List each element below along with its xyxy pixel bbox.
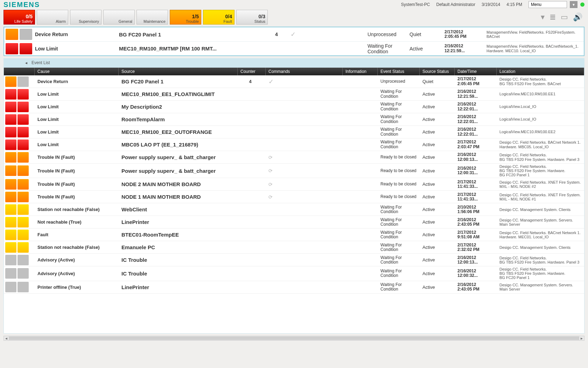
row-cmd[interactable] xyxy=(266,234,343,236)
table-row[interactable]: Trouble IN (Fault) NODE 2 MAIN MOTHER BO… xyxy=(4,178,584,191)
summary-row[interactable]: Device Return BG FC20 Panel 1 4 ✓ Unproc… xyxy=(4,27,584,41)
list-icon[interactable]: ≣ xyxy=(550,13,556,22)
menu-dropdown-icon[interactable]: ▼ xyxy=(570,1,578,8)
row-cmd[interactable] xyxy=(266,286,343,288)
row-sstat: Active xyxy=(420,270,455,277)
row-info xyxy=(343,234,378,236)
menu-input[interactable] xyxy=(528,1,567,8)
row-cause: Low Limit xyxy=(35,129,119,135)
row-icon xyxy=(18,76,29,87)
collapse-icon[interactable]: ◄ xyxy=(4,61,31,65)
row-cmd[interactable]: ⟳ xyxy=(266,167,343,174)
summary-cmd[interactable]: ✓ xyxy=(290,30,368,38)
table-row[interactable]: Not reachable (True) LinePrinter Waiting… xyxy=(4,216,584,229)
category-tile[interactable]: 0/4Fault xyxy=(203,10,234,25)
table-row[interactable]: Printer offline (True) LinePrinter Waiti… xyxy=(4,281,584,294)
row-counter xyxy=(238,286,266,288)
row-cmd[interactable]: ⟳ xyxy=(266,154,343,161)
row-cmd[interactable] xyxy=(266,222,343,223)
row-source: BG FC20 Panel 1 xyxy=(119,78,238,85)
table-row[interactable]: Trouble IN (Fault) NODE 1 MAIN MOTHER BO… xyxy=(4,191,584,203)
top-bar: SIEMENS SystemTest-PC Default Administra… xyxy=(0,0,588,9)
tile-label: Life Safety xyxy=(4,19,33,23)
row-cmd[interactable] xyxy=(266,259,343,261)
row-cmd[interactable] xyxy=(266,94,343,95)
row-loc: Desigo CC. Field Networks.BG TBS FS20 Fi… xyxy=(497,164,584,178)
row-estat: Waiting ForCondition xyxy=(378,230,420,240)
row-loc: Desigo CC. Field Networks.BG TBS FS20 Fi… xyxy=(497,266,584,280)
table-row[interactable]: Advisory (Active) IC Trouble Waiting For… xyxy=(4,254,584,266)
row-date: 2/16/201212:21:59... xyxy=(455,89,497,99)
summary-row[interactable]: Low Limit MEC10_RM100_RMTMP [RM 100 RMT.… xyxy=(4,41,584,55)
filter-icon[interactable]: ▾ xyxy=(541,13,545,22)
row-cmd[interactable] xyxy=(266,273,343,274)
row-counter xyxy=(238,157,266,158)
table-row[interactable]: Low Limit MEC10_RM100_EE2_OUTOFRANGE Wai… xyxy=(4,126,584,138)
table-row[interactable]: Station not reachable (False) Emanuele P… xyxy=(4,241,584,254)
col-info[interactable]: Information xyxy=(343,68,378,75)
row-icon xyxy=(18,282,29,292)
row-icon xyxy=(5,217,16,227)
table-row[interactable]: Device Return BG FC20 Panel 1 4 ✓ Unproc… xyxy=(4,75,584,88)
row-cmd[interactable]: ⟳ xyxy=(266,193,343,200)
col-cause[interactable]: Cause xyxy=(35,68,119,75)
table-row[interactable]: Advisory (Active) IC Trouble Waiting For… xyxy=(4,266,584,281)
scroll-right-icon[interactable]: ► xyxy=(579,336,584,340)
tile-count: 0/3 xyxy=(237,14,265,19)
row-counter xyxy=(238,196,266,198)
row-cmd[interactable] xyxy=(266,247,343,248)
horizontal-scrollbar[interactable]: ◄ ► xyxy=(4,336,584,341)
table-row[interactable]: Trouble IN (Fault) Power supply superv_ … xyxy=(4,164,584,178)
row-source: Power supply superv_ & batt_charger xyxy=(119,167,238,175)
row-icon xyxy=(20,43,32,54)
row-info xyxy=(343,286,378,288)
table-row[interactable]: Fault BTEC01-RoomTempEE Waiting ForCondi… xyxy=(4,229,584,241)
row-estat: Waiting ForCondition xyxy=(378,217,420,227)
category-tile[interactable]: 0/3Status xyxy=(236,10,268,25)
col-counter[interactable]: Counter xyxy=(238,68,266,75)
summary-sstat: Quiet xyxy=(410,32,444,37)
row-date: 2/17/20122:05:45 PM xyxy=(455,76,497,87)
table-row[interactable]: Trouble IN (Fault) Power supply superv_ … xyxy=(4,151,584,164)
scroll-left-icon[interactable]: ◄ xyxy=(4,336,9,340)
category-tile[interactable]: 1/5Trouble xyxy=(170,10,201,25)
layout-icon[interactable]: ▭ xyxy=(561,13,568,22)
row-cmd[interactable] xyxy=(266,131,343,133)
scroll-thumb[interactable] xyxy=(9,336,579,340)
sound-icon[interactable]: 🔊 xyxy=(573,13,582,22)
category-tile[interactable]: Maintenance xyxy=(136,10,168,25)
row-cmd[interactable] xyxy=(266,209,343,210)
row-date: 2/16/201212:00:13... xyxy=(455,255,497,265)
row-cmd[interactable]: ✓ xyxy=(266,77,343,86)
table-row[interactable]: Station not reachable (False) WebClient … xyxy=(4,203,584,216)
row-cmd[interactable] xyxy=(266,119,343,120)
col-cmd[interactable]: Commands xyxy=(266,68,343,75)
row-icon xyxy=(5,152,16,163)
row-sstat: Active xyxy=(420,193,455,200)
tile-count: 0/5 xyxy=(4,14,33,19)
row-date: 2/17/201211:41:33... xyxy=(455,192,497,202)
row-date: 2/16/201212:00:31... xyxy=(455,165,497,176)
category-tile[interactable]: General xyxy=(103,10,135,25)
col-sstat[interactable]: Source Status xyxy=(420,68,455,75)
row-source: IC Trouble xyxy=(119,270,238,277)
table-row[interactable]: Low Limit MBC05 LAO PT (EE_1_216879) Wai… xyxy=(4,138,584,151)
category-tile[interactable]: Alarm xyxy=(37,10,68,25)
row-icon xyxy=(5,127,16,137)
col-estat[interactable]: Event Status xyxy=(378,68,420,75)
user-label: Default Administrator xyxy=(436,2,475,7)
table-row[interactable]: Low Limit RoomTempAlarm Waiting ForCondi… xyxy=(4,113,584,126)
summary-estat: Waiting For Condition xyxy=(368,43,410,54)
col-source[interactable]: Source xyxy=(119,68,238,75)
col-loc[interactable]: Location xyxy=(497,68,584,75)
category-tile[interactable]: 0/5Life Safety xyxy=(4,10,35,25)
row-cmd[interactable]: ⟳ xyxy=(266,181,343,188)
row-estat: Waiting ForCondition xyxy=(378,89,420,99)
row-cmd[interactable] xyxy=(266,144,343,145)
category-tile[interactable]: Supervisory xyxy=(70,10,102,25)
table-row[interactable]: Low Limit MEC10_RM100_EE1_FLOATINGLIMIT … xyxy=(4,88,584,101)
row-estat: Waiting ForCondition xyxy=(378,114,420,124)
row-cmd[interactable] xyxy=(266,106,343,108)
table-row[interactable]: Low Limit My Description2 Waiting ForCon… xyxy=(4,101,584,113)
col-date[interactable]: Date/Time xyxy=(455,68,497,75)
